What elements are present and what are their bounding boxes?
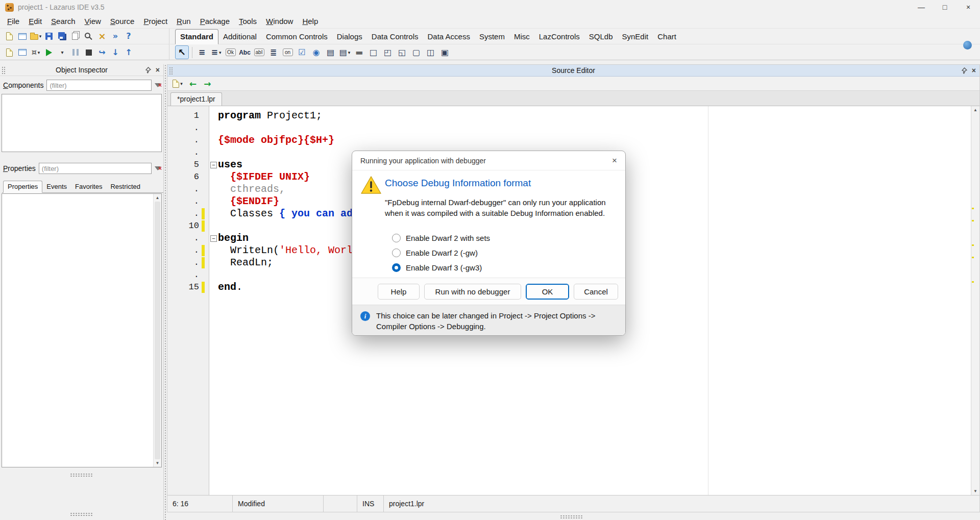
palette-tab-misc[interactable]: Misc <box>509 30 534 44</box>
menu-project[interactable]: Project <box>139 15 172 28</box>
oi-tab-favorites[interactable]: Favorites <box>71 181 106 192</box>
fold-marker-icon[interactable]: − <box>210 235 217 242</box>
menu-package[interactable]: Package <box>195 15 234 28</box>
close-button[interactable]: × <box>957 0 980 14</box>
palette-tab-additional[interactable]: Additional <box>218 30 261 44</box>
editor-tab-project1[interactable]: *project1.lpr <box>170 92 222 106</box>
component-tpopupmenu[interactable]: ≡▾ <box>209 45 223 59</box>
view-forms-icon[interactable] <box>16 46 29 59</box>
oi-bottom-handle[interactable] <box>70 512 93 516</box>
stop-icon[interactable] <box>83 46 95 59</box>
oi-close-icon[interactable]: × <box>156 66 160 73</box>
drag-handle-icon[interactable] <box>169 67 173 75</box>
scrollbar-track[interactable] <box>154 202 161 459</box>
oi-tab-properties[interactable]: Properties <box>3 181 42 193</box>
component-tpanel[interactable]: ▢ <box>409 45 423 59</box>
dialog-titlebar[interactable]: Running your application with debugger × <box>352 151 625 170</box>
open-icon[interactable]: ▾ <box>30 30 42 43</box>
save-icon[interactable] <box>43 30 55 43</box>
cut-icon[interactable]: × <box>96 30 108 43</box>
component-tlistbox[interactable]: ▤ <box>324 45 337 59</box>
drag-handle-icon[interactable] <box>2 66 6 74</box>
find-next-icon[interactable]: » <box>109 30 121 43</box>
radio-selected-icon[interactable] <box>392 263 401 272</box>
step-into-icon[interactable]: ↓ <box>109 46 121 59</box>
palette-tab-system[interactable]: System <box>475 30 509 44</box>
palette-tab-chart[interactable]: Chart <box>653 30 681 44</box>
menu-file[interactable]: File <box>3 15 24 28</box>
component-ttogglebox[interactable]: on <box>281 45 295 59</box>
component-tedit[interactable]: abI <box>252 45 266 59</box>
maximize-button[interactable]: □ <box>933 0 957 14</box>
editor-scroll-down-icon[interactable]: ▼ <box>971 487 979 495</box>
fold-marker-icon[interactable]: − <box>210 162 217 168</box>
properties-scrollbar[interactable]: ▲ ▼ <box>153 194 161 467</box>
se-close-icon[interactable]: × <box>972 67 976 74</box>
component-tlabel[interactable]: Abc <box>238 45 252 59</box>
object-inspector-header[interactable]: Object Inspector × <box>0 64 163 76</box>
se-pin-icon[interactable] <box>961 67 967 74</box>
minimize-button[interactable]: — <box>910 0 933 14</box>
editor-popup-button[interactable]: ▾ <box>172 77 184 90</box>
help-button[interactable]: Help <box>378 284 420 300</box>
oi-tab-events[interactable]: Events <box>42 181 71 192</box>
radio-option-0[interactable]: Enable Dwarf 2 with sets <box>392 231 490 245</box>
palette-tab-synedit[interactable]: SynEdit <box>618 30 653 44</box>
menu-source[interactable]: Source <box>106 15 139 28</box>
jump-back-icon[interactable]: ← <box>187 79 199 89</box>
radio-option-1[interactable]: Enable Dwarf 2 (-gw) <box>392 245 490 260</box>
component-tbutton[interactable]: Ok <box>224 45 237 59</box>
oi-tab-restricted[interactable]: Restricted <box>106 181 144 192</box>
run-with-no-debugger-button[interactable]: Run with no debugger <box>424 284 521 300</box>
properties-grid[interactable]: ▲ ▼ <box>2 193 162 467</box>
palette-tab-dialogs[interactable]: Dialogs <box>332 30 367 44</box>
scroll-up-icon[interactable]: ▲ <box>154 194 161 202</box>
component-select-tool[interactable]: ↖ <box>175 45 189 59</box>
open-dropdown-icon[interactable]: ▾ <box>39 34 42 39</box>
oi-pin-icon[interactable] <box>144 67 151 73</box>
menu-help[interactable]: Help <box>298 15 323 28</box>
save-all-icon[interactable] <box>56 30 68 43</box>
build-mode-dropdown-icon[interactable]: ▾ <box>38 50 40 55</box>
component-tradiobutton[interactable]: ◉ <box>309 45 323 59</box>
dialog-close-icon[interactable]: × <box>612 156 617 166</box>
properties-filter-clear-icon[interactable] <box>155 166 161 170</box>
component-tcheckgroup[interactable]: ◱ <box>395 45 409 59</box>
run-icon[interactable] <box>43 46 55 59</box>
editor-scroll-up-icon[interactable]: ▲ <box>971 106 979 114</box>
step-out-icon[interactable]: ↑ <box>122 46 135 59</box>
menu-view[interactable]: View <box>80 15 106 28</box>
component-tscrollbar[interactable]: ▬ <box>352 45 366 59</box>
scroll-down-icon[interactable]: ▼ <box>154 459 161 467</box>
scrollbar-thumb[interactable] <box>155 202 160 459</box>
radio-icon[interactable] <box>392 249 401 257</box>
components-filter-input[interactable] <box>46 80 152 91</box>
view-units-icon[interactable] <box>3 46 15 59</box>
component-tcheckbox[interactable]: ☑ <box>295 45 309 59</box>
jump-forward-icon[interactable]: → <box>201 79 213 89</box>
components-tree[interactable] <box>2 94 162 152</box>
source-editor-header[interactable]: Source Editor × <box>167 65 979 77</box>
menu-edit[interactable]: Edit <box>24 15 46 28</box>
component-tactionlist[interactable]: ▣ <box>438 45 452 59</box>
components-filter-clear-icon[interactable] <box>155 83 161 87</box>
component-tgroupbox[interactable]: □ <box>366 45 380 59</box>
messages-splitter-handle[interactable] <box>560 515 583 518</box>
editor-scrollbar-track[interactable] <box>971 114 979 487</box>
ok-button[interactable]: OK <box>526 284 569 300</box>
palette-tab-standard[interactable]: Standard <box>175 29 218 44</box>
properties-filter-input[interactable] <box>39 163 152 174</box>
radio-option-2[interactable]: Enable Dwarf 3 (-gw3) <box>392 260 490 275</box>
palette-tab-data-controls[interactable]: Data Controls <box>367 30 423 44</box>
help-icon[interactable]: ? <box>122 30 135 43</box>
menu-tools[interactable]: Tools <box>234 15 261 28</box>
new-unit-icon[interactable] <box>3 30 15 43</box>
palette-tab-lazcontrols[interactable]: LazControls <box>534 30 584 44</box>
run-menu-icon[interactable]: ▾ <box>56 46 68 59</box>
menu-window[interactable]: Window <box>261 15 298 28</box>
oi-splitter-handle[interactable] <box>70 473 93 477</box>
editor-scrollbar[interactable]: ▲ ▼ <box>971 106 979 495</box>
component-tradiogroup[interactable]: ◰ <box>381 45 395 59</box>
menu-search[interactable]: Search <box>46 15 80 28</box>
palette-tab-common-controls[interactable]: Common Controls <box>261 30 332 44</box>
